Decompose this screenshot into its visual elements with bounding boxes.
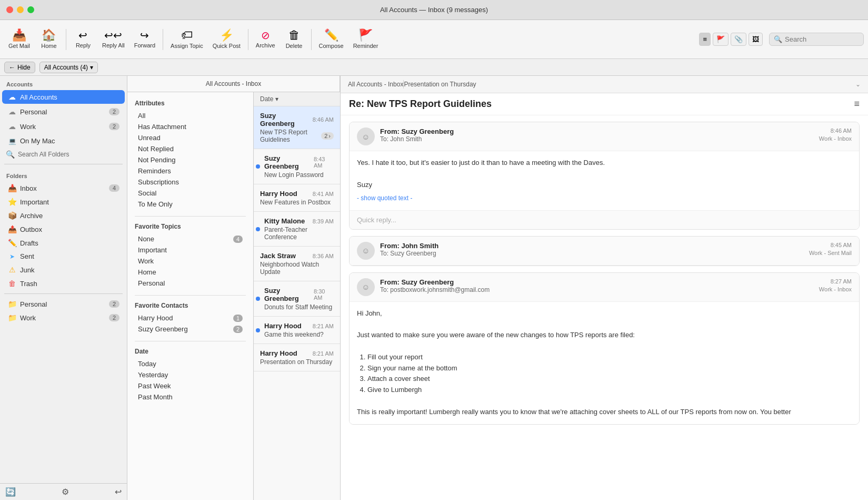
filter-to-me-only[interactable]: To Me Only bbox=[135, 199, 246, 210]
email-item-3[interactable]: Harry Hood 8:41 AM New Features in Postb… bbox=[254, 184, 340, 212]
search-box: 🔍 bbox=[769, 33, 864, 46]
view-photo-button[interactable]: 🖼 bbox=[749, 33, 763, 46]
get-mail-button[interactable]: 📥 Get Mail bbox=[4, 27, 34, 51]
sidebar-item-junk[interactable]: ⚠ Junk bbox=[2, 263, 125, 276]
email-item-1[interactable]: Suzy Greenberg 8:46 AM New TPS Report Gu… bbox=[254, 106, 340, 149]
email-item-2[interactable]: Suzy Greenberg 8:43 AM New Login Passwor… bbox=[254, 149, 340, 184]
chevron-down-icon: ▾ bbox=[90, 64, 93, 71]
minimize-button[interactable] bbox=[17, 6, 24, 13]
sort-by-date[interactable]: Date ▾ bbox=[260, 95, 278, 103]
assign-topic-icon: 🏷 bbox=[181, 30, 193, 41]
delete-button[interactable]: 🗑 Delete bbox=[281, 27, 308, 51]
logout-icon[interactable]: ↩ bbox=[115, 487, 122, 497]
filter-subscriptions[interactable]: Subscriptions bbox=[135, 177, 246, 188]
filter-social[interactable]: Social bbox=[135, 188, 246, 199]
sidebar-item-important[interactable]: ⭐ Important bbox=[2, 195, 125, 208]
home-button[interactable]: 🏠 Home bbox=[35, 27, 63, 51]
main-area: Accounts ☁ All Accounts ☁ Personal 2 ☁ W… bbox=[0, 76, 868, 500]
sidebar-item-archive[interactable]: 📦 Archive bbox=[2, 209, 125, 222]
expand-icon: ⌄ bbox=[855, 81, 861, 88]
more-options-button[interactable]: ≡ bbox=[854, 99, 860, 110]
filter-has-attachment[interactable]: Has Attachment bbox=[135, 121, 246, 132]
email-item-4[interactable]: Kitty Malone 8:39 AM Parent-Teacher Conf… bbox=[254, 212, 340, 247]
search-all-folders[interactable]: 🔍 Search All Folders bbox=[0, 148, 127, 161]
sent-icon: ➤ bbox=[7, 253, 17, 260]
email-sender-1: Suzy Greenberg bbox=[260, 112, 313, 128]
filter-topic-home[interactable]: Home bbox=[135, 267, 246, 278]
email-thread-count-1: 2 › bbox=[321, 132, 334, 140]
unread-indicator-7 bbox=[256, 328, 260, 332]
filter-contact-harry[interactable]: Harry Hood1 bbox=[135, 312, 246, 323]
message-body-3: Hi John, Just wanted to make sure you we… bbox=[350, 302, 859, 424]
unread-indicator-2 bbox=[256, 164, 260, 169]
filter-date-past-month[interactable]: Past Month bbox=[135, 391, 246, 403]
filter-unread[interactable]: Unread bbox=[135, 132, 246, 143]
filter-date-past-week[interactable]: Past Week bbox=[135, 380, 246, 391]
sidebar-item-work-account[interactable]: ☁ Work 2 bbox=[2, 120, 125, 133]
topics-section: Favorite Topics None4 Important Work Hom… bbox=[127, 220, 253, 292]
email-item-5[interactable]: Jack Straw 8:36 AM Neighborhood Watch Up… bbox=[254, 247, 340, 281]
reminder-icon: 🚩 bbox=[358, 30, 373, 41]
quick-post-button[interactable]: ⚡ Quick Post bbox=[208, 27, 245, 51]
filter-all[interactable]: All bbox=[135, 110, 246, 121]
sidebar: Accounts ☁ All Accounts ☁ Personal 2 ☁ W… bbox=[0, 76, 127, 500]
quick-reply-box[interactable]: Quick reply... bbox=[350, 210, 859, 229]
view-flag-button[interactable]: 🚩 bbox=[713, 33, 729, 46]
email-item-6[interactable]: Suzy Greenberg 8:30 AM Donuts for Staff … bbox=[254, 281, 340, 317]
attributes-title: Attributes bbox=[135, 100, 246, 107]
filter-date-today[interactable]: Today bbox=[135, 358, 246, 369]
filter-not-replied[interactable]: Not Replied bbox=[135, 143, 246, 154]
sidebar-item-all-accounts[interactable]: ☁ All Accounts bbox=[2, 90, 125, 104]
account-dropdown-label: All Accounts (4) bbox=[44, 64, 88, 71]
view-attach-button[interactable]: 📎 bbox=[731, 33, 746, 46]
right-header: All Accounts - Inbox Presentation on Thu… bbox=[341, 76, 868, 93]
avatar-2: ☺ bbox=[357, 242, 375, 260]
email-item-7[interactable]: Harry Hood 8:21 AM Game this weekend? bbox=[254, 317, 340, 344]
filter-not-pending[interactable]: Not Pending bbox=[135, 154, 246, 165]
filter-contact-suzy[interactable]: Suzy Greenberg2 bbox=[135, 323, 246, 335]
sidebar-item-personal-folder[interactable]: 📁 Personal 2 bbox=[2, 298, 125, 310]
forward-button[interactable]: ↪ Forward bbox=[130, 28, 159, 51]
sort-chevron-icon: ▾ bbox=[275, 95, 278, 103]
right-tab-presentation[interactable]: Presentation on Thursday bbox=[404, 81, 476, 88]
search-input[interactable] bbox=[785, 35, 853, 43]
email-item-8[interactable]: Harry Hood 8:21 AM Presentation on Thurs… bbox=[254, 344, 340, 371]
forward-label: Forward bbox=[134, 42, 155, 48]
trash-icon: 🗑 bbox=[7, 279, 17, 288]
sidebar-item-personal-account[interactable]: ☁ Personal 2 bbox=[2, 105, 125, 119]
email-time-4: 8:39 AM bbox=[313, 218, 334, 224]
right-tab-inbox[interactable]: All Accounts - Inbox bbox=[348, 81, 403, 88]
view-list-button[interactable]: ≡ bbox=[699, 33, 711, 46]
account-dropdown[interactable]: All Accounts (4) ▾ bbox=[39, 62, 98, 73]
assign-topic-button[interactable]: 🏷 Assign Topic bbox=[166, 27, 207, 51]
filter-date-yesterday[interactable]: Yesterday bbox=[135, 369, 246, 380]
filter-topic-none[interactable]: None4 bbox=[135, 233, 246, 244]
sidebar-item-inbox[interactable]: 📥 Inbox 4 bbox=[2, 182, 125, 194]
close-button[interactable] bbox=[6, 6, 13, 13]
sidebar-item-work-folder[interactable]: 📁 Work 2 bbox=[2, 311, 125, 324]
toolbar-separator-2 bbox=[163, 29, 163, 50]
reply-button[interactable]: ↩ Reply bbox=[69, 28, 97, 51]
sidebar-divider-1 bbox=[4, 164, 123, 164]
reply-all-button[interactable]: ↩↩ Reply All bbox=[98, 28, 129, 51]
filter-topic-personal[interactable]: Personal bbox=[135, 278, 246, 289]
sidebar-item-on-my-mac[interactable]: 💻 On My Mac bbox=[2, 134, 125, 148]
filter-topic-important[interactable]: Important bbox=[135, 244, 246, 256]
sidebar-item-outbox[interactable]: 📤 Outbox bbox=[2, 223, 125, 236]
settings-icon[interactable]: ⚙ bbox=[62, 487, 69, 497]
activity-icon[interactable]: 🔄 bbox=[5, 487, 16, 497]
fullscreen-button[interactable] bbox=[27, 6, 34, 13]
filter-topic-work[interactable]: Work bbox=[135, 256, 246, 267]
tab-all-accounts-inbox[interactable]: All Accounts - Inbox bbox=[127, 76, 340, 92]
sidebar-item-sent[interactable]: ➤ Sent bbox=[2, 250, 125, 262]
compose-button[interactable]: ✏️ Compose bbox=[315, 27, 348, 51]
quick-reply-placeholder[interactable]: Quick reply... bbox=[357, 216, 396, 224]
reminder-button[interactable]: 🚩 Reminder bbox=[349, 27, 383, 51]
filter-reminders[interactable]: Reminders bbox=[135, 165, 246, 177]
reply-label: Reply bbox=[76, 42, 91, 48]
sidebar-item-drafts[interactable]: ✏️ Drafts bbox=[2, 237, 125, 249]
sidebar-item-trash[interactable]: 🗑 Trash bbox=[2, 277, 125, 290]
show-quoted-text-1[interactable]: - show quoted text - bbox=[357, 193, 852, 203]
archive-button[interactable]: ⊘ Archive bbox=[252, 28, 280, 51]
hide-button[interactable]: ← Hide bbox=[4, 62, 35, 73]
